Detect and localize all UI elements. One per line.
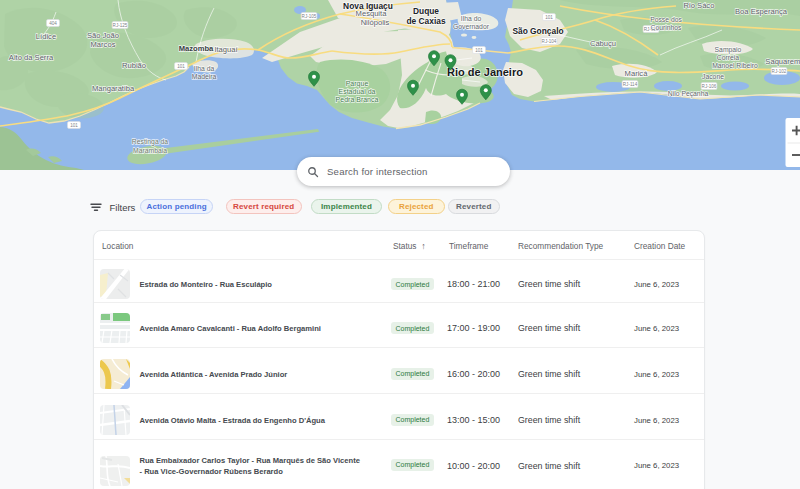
svg-text:Parque: Parque (346, 80, 369, 88)
svg-text:Manoel Ribeiro: Manoel Ribeiro (712, 62, 758, 69)
svg-text:404: 404 (49, 21, 57, 26)
svg-text:Lídice: Lídice (36, 32, 56, 41)
svg-text:Pedra Branca: Pedra Branca (336, 96, 379, 103)
svg-text:Governador: Governador (453, 23, 490, 30)
svg-text:Marambaia: Marambaia (133, 147, 167, 154)
svg-text:Rio de Janeiro: Rio de Janeiro (447, 66, 523, 78)
svg-text:Correia: Correia (717, 54, 740, 61)
svg-text:Saquarema: Saquarema (765, 57, 800, 66)
svg-text:101: 101 (475, 48, 483, 53)
svg-text:101: 101 (545, 15, 553, 20)
svg-text:Alto da Serra: Alto da Serra (9, 53, 54, 62)
svg-text:Maricá: Maricá (625, 69, 649, 78)
svg-text:Madeira: Madeira (192, 73, 217, 80)
svg-text:São Gonçalo: São Gonçalo (512, 26, 563, 36)
svg-text:Ilha do: Ilha do (461, 15, 482, 22)
svg-text:RJ-105: RJ-105 (302, 14, 317, 19)
svg-text:Ilha da: Ilha da (194, 65, 215, 72)
svg-text:101: 101 (177, 64, 185, 69)
svg-text:Nilo Peçanha: Nilo Peçanha (668, 90, 709, 98)
svg-text:Mangaratiba: Mangaratiba (92, 84, 135, 93)
svg-text:Itaguaí: Itaguaí (214, 45, 238, 54)
svg-text:RJ-125: RJ-125 (113, 23, 128, 28)
svg-text:Sampaio: Sampaio (715, 46, 742, 54)
svg-text:Duque: Duque (413, 6, 439, 16)
svg-text:Restinga da: Restinga da (132, 138, 168, 146)
svg-text:Nova Iguaçu: Nova Iguaçu (343, 1, 393, 11)
svg-text:São João: São João (87, 31, 119, 40)
svg-text:Rubião: Rubião (122, 61, 146, 70)
svg-text:de Caxias: de Caxias (406, 16, 445, 26)
svg-text:Mazomba: Mazomba (179, 44, 214, 53)
svg-text:Nilópolis: Nilópolis (361, 18, 390, 27)
svg-text:Cabuçu: Cabuçu (590, 39, 616, 48)
svg-text:RJ-102: RJ-102 (772, 69, 787, 74)
svg-text:Courinhos: Courinhos (651, 24, 683, 31)
svg-text:Rio Sáco: Rio Sáco (684, 1, 715, 10)
svg-text:Estadual da: Estadual da (339, 88, 376, 95)
svg-text:Boa Esperança: Boa Esperança (735, 7, 788, 16)
svg-text:RJ-114: RJ-114 (623, 82, 638, 87)
svg-text:RJ-106: RJ-106 (702, 84, 717, 89)
svg-text:Jacone: Jacone (702, 73, 724, 80)
svg-text:Posse dos: Posse dos (650, 16, 682, 23)
svg-text:Marcos: Marcos (91, 40, 116, 49)
svg-text:101: 101 (70, 123, 78, 128)
svg-text:RJ-104: RJ-104 (542, 39, 557, 44)
